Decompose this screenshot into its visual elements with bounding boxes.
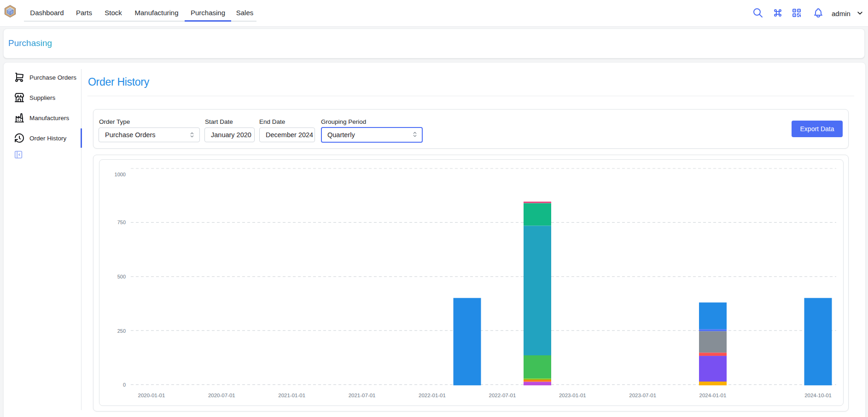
svg-text:2020-07-01: 2020-07-01 <box>208 393 235 398</box>
svg-text:2024-01-01: 2024-01-01 <box>699 393 727 398</box>
svg-text:750: 750 <box>117 220 126 225</box>
svg-text:2022-01-01: 2022-01-01 <box>419 393 446 398</box>
svg-text:2021-01-01: 2021-01-01 <box>278 393 305 398</box>
svg-text:2021-07-01: 2021-07-01 <box>349 393 376 398</box>
svg-text:0: 0 <box>123 382 126 388</box>
svg-text:250: 250 <box>117 328 126 334</box>
svg-text:2023-07-01: 2023-07-01 <box>629 393 656 398</box>
svg-text:2020-01-01: 2020-01-01 <box>138 393 165 398</box>
svg-text:1000: 1000 <box>115 172 126 177</box>
svg-text:2023-01-01: 2023-01-01 <box>559 393 586 398</box>
svg-text:2024-10-01: 2024-10-01 <box>804 393 832 398</box>
svg-text:2022-07-01: 2022-07-01 <box>489 393 516 398</box>
svg-text:500: 500 <box>117 274 126 279</box>
